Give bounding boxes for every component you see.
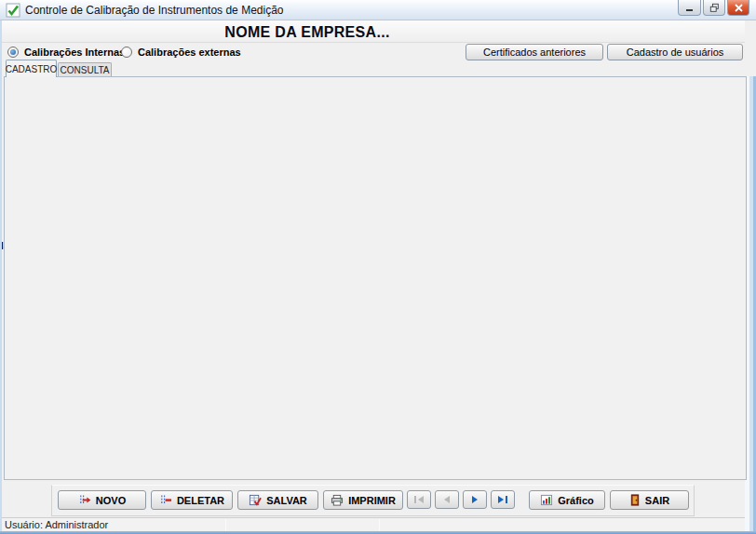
nav-next-icon (470, 495, 479, 504)
close-icon (735, 4, 743, 12)
novo-button[interactable]: NOVO (58, 490, 146, 510)
previous-certificates-button[interactable]: Certificados anteriores (466, 44, 603, 60)
window-border-left (0, 20, 2, 531)
statusbar-divider (225, 519, 226, 531)
titlebar[interactable]: Controle de Calibração de Instrumentos d… (0, 0, 756, 20)
app-icon (6, 3, 20, 18)
tab-cadastro[interactable]: CADASTRO (6, 60, 57, 77)
nav-last-icon (497, 495, 508, 504)
maximize-button[interactable] (703, 0, 725, 16)
company-title: NOME DA EMPRESA... (0, 24, 614, 41)
save-record-icon (249, 494, 262, 506)
minimize-icon (685, 4, 695, 12)
radio-calibracoes-internas[interactable]: Calibrações Internas (7, 47, 125, 58)
exit-door-icon (629, 494, 641, 506)
window-title: Controle de Calibração de Instrumentos d… (25, 4, 284, 17)
user-registration-button[interactable]: Cadastro de usuários (607, 44, 743, 60)
statusbar-user: Usuário: Administrador (5, 519, 108, 530)
sair-button[interactable]: SAIR (610, 490, 689, 510)
nav-prev-icon (442, 495, 452, 504)
delete-record-icon (159, 494, 172, 506)
grafico-button[interactable]: Gráfico (529, 490, 605, 510)
deletar-button[interactable]: DELETAR (151, 490, 233, 510)
radio-calibracoes-externas[interactable]: Calibrações externas (121, 47, 241, 58)
app-window: Controle de Calibração de Instrumentos d… (0, 0, 756, 534)
cadastro-page (4, 76, 747, 480)
restore-icon (709, 3, 720, 13)
salvar-button[interactable]: SALVAR (237, 490, 318, 510)
radio-dot (121, 47, 132, 58)
nav-next-button[interactable] (463, 490, 487, 509)
nav-first-button[interactable] (407, 490, 431, 509)
radio-dot (7, 47, 19, 58)
printer-icon (331, 494, 344, 506)
close-button[interactable] (727, 0, 749, 16)
statusbar-divider (379, 519, 380, 531)
minimize-button[interactable] (678, 0, 701, 16)
tab-consulta[interactable]: CONSULTA (58, 62, 112, 77)
chart-icon (540, 494, 553, 506)
insert-record-icon (78, 494, 91, 506)
imprimir-button[interactable]: IMPRIMIR (323, 490, 403, 510)
statusbar: Usuário: Administrador (0, 517, 756, 531)
nav-prev-button[interactable] (435, 490, 459, 509)
nav-last-button[interactable] (491, 490, 515, 509)
nav-first-icon (413, 495, 425, 504)
